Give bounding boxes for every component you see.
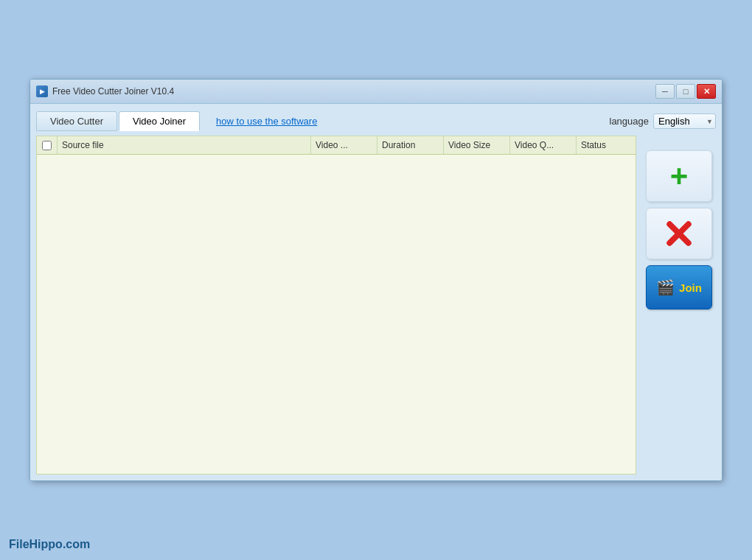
header-video-quality: Video Q... <box>510 136 577 154</box>
join-video-icon: 🎬 <box>656 279 675 296</box>
language-section: language English Chinese French German S… <box>610 113 717 129</box>
title-bar: ▶ Free Video Cutter Joiner V10.4 ─ □ ✕ <box>30 80 722 104</box>
checkbox-header <box>37 136 58 154</box>
tab-video-joiner[interactable]: Video Joiner <box>119 111 200 131</box>
main-window: ▶ Free Video Cutter Joiner V10.4 ─ □ ✕ V… <box>29 79 723 481</box>
title-bar-left: ▶ Free Video Cutter Joiner V10.4 <box>36 85 174 97</box>
table-header: Source file Video ... Duration Video Siz… <box>37 136 636 155</box>
main-panel: Source file Video ... Duration Video Siz… <box>36 136 716 475</box>
language-wrapper: English Chinese French German Spanish It… <box>653 113 716 129</box>
watermark: FileHippo.com <box>9 538 90 551</box>
header-duration: Duration <box>377 136 444 154</box>
side-buttons: + 🎬 Join <box>642 136 716 475</box>
join-label: Join <box>679 281 702 294</box>
minimize-button[interactable]: ─ <box>655 84 675 99</box>
select-all-checkbox[interactable] <box>42 141 52 150</box>
close-button[interactable]: ✕ <box>697 84 716 99</box>
remove-file-button[interactable] <box>646 208 712 259</box>
content-area: Video Cutter Video Joiner how to use the… <box>30 104 722 480</box>
tabs-row: Video Cutter Video Joiner how to use the… <box>36 110 716 133</box>
header-source-file: Source file <box>58 136 311 154</box>
header-video-size: Video Size <box>444 136 510 154</box>
join-button[interactable]: 🎬 Join <box>646 265 712 309</box>
plus-icon: + <box>670 161 689 192</box>
table-body <box>37 155 636 474</box>
restore-button[interactable]: □ <box>676 84 695 99</box>
window-title: Free Video Cutter Joiner V10.4 <box>52 86 174 97</box>
language-select[interactable]: English Chinese French German Spanish It… <box>653 113 716 129</box>
howto-link[interactable]: how to use the software <box>216 116 317 127</box>
title-controls: ─ □ ✕ <box>655 84 716 99</box>
add-file-button[interactable]: + <box>646 150 712 202</box>
app-icon: ▶ <box>36 85 48 97</box>
language-label: language <box>610 116 650 127</box>
file-table: Source file Video ... Duration Video Siz… <box>36 136 636 475</box>
header-video-format: Video ... <box>311 136 377 154</box>
header-status: Status <box>577 136 636 154</box>
tab-video-cutter[interactable]: Video Cutter <box>36 111 117 131</box>
x-icon <box>663 217 695 250</box>
